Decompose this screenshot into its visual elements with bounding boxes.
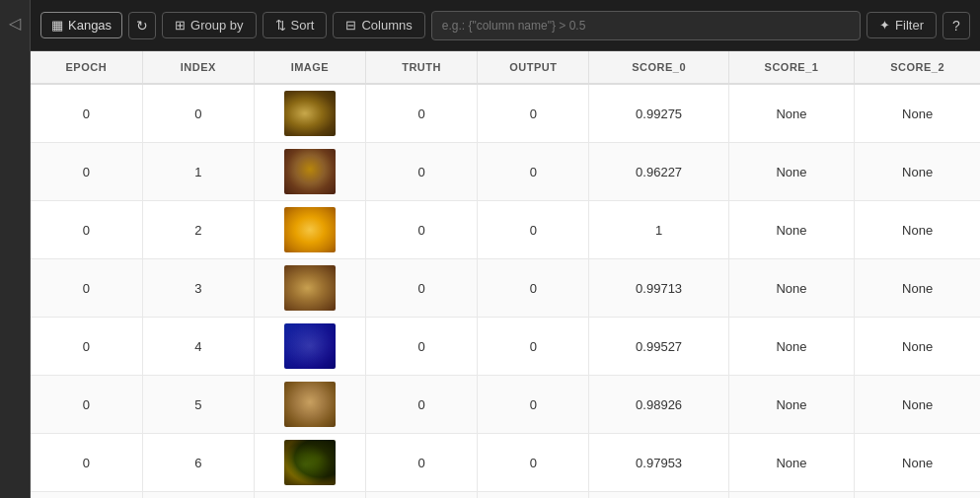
cell-truth: 0	[366, 434, 478, 492]
cell-truth: 0	[366, 143, 478, 201]
columns-button[interactable]: ⊟ Columns	[333, 12, 424, 38]
cell-score2: None	[855, 259, 980, 318]
data-table: EPOCH INDEX IMAGE TRUTH OUTPUT SCORE_0 S…	[31, 51, 980, 498]
cell-index: 4	[142, 318, 254, 376]
refresh-button[interactable]: ↻	[128, 12, 156, 39]
cell-truth: 0	[366, 201, 478, 259]
help-button[interactable]: ?	[942, 12, 970, 39]
columns-label: Columns	[361, 18, 412, 33]
cell-index: 7	[142, 492, 254, 499]
table-row: 04000.99527NoneNone	[31, 318, 980, 376]
cell-output: 0	[478, 376, 589, 434]
refresh-icon: ↻	[136, 18, 148, 34]
cell-epoch: 0	[31, 201, 142, 259]
cell-score1: None	[728, 84, 854, 143]
col-header-truth[interactable]: TRUTH	[366, 51, 478, 84]
cell-output: 0	[478, 318, 589, 376]
cell-truth: 0	[366, 84, 478, 143]
cell-score0: 0.99713	[589, 259, 728, 318]
cell-epoch: 0	[31, 259, 142, 318]
col-header-epoch[interactable]: EPOCH	[31, 51, 142, 84]
table-row: 03000.99713NoneNone	[31, 259, 980, 318]
cell-image	[254, 434, 365, 492]
groupby-label: Group by	[190, 18, 243, 33]
sidebar: ◁	[0, 0, 30, 498]
cell-output: 0	[478, 492, 589, 499]
table-row: 07000.99139NoneNone	[31, 492, 980, 499]
columns-icon: ⊟	[345, 18, 356, 33]
table-row: 05000.98926NoneNone	[31, 376, 980, 434]
cell-image	[254, 143, 365, 201]
cell-epoch: 0	[31, 492, 142, 499]
cell-score2: None	[855, 201, 980, 259]
cell-epoch: 0	[31, 143, 142, 201]
sort-button[interactable]: ⇅ Sort	[263, 12, 328, 38]
cell-score1: None	[728, 434, 854, 492]
cell-output: 0	[478, 84, 589, 143]
sort-icon: ⇅	[275, 18, 286, 33]
cell-image	[254, 318, 365, 376]
groupby-button[interactable]: ⊞ Group by	[162, 12, 256, 38]
table-row: 06000.97953NoneNone	[31, 434, 980, 492]
cell-output: 0	[478, 259, 589, 318]
cell-score2: None	[855, 492, 980, 499]
cell-index: 3	[142, 259, 254, 318]
cell-truth: 0	[366, 259, 478, 318]
col-header-output[interactable]: OUTPUT	[478, 51, 589, 84]
filter-button[interactable]: ✦ Filter	[867, 12, 937, 38]
cell-output: 0	[478, 201, 589, 259]
filter-label: Filter	[895, 18, 924, 33]
col-header-image[interactable]: IMAGE	[254, 51, 365, 84]
table-row: 00000.99275NoneNone	[31, 84, 980, 143]
table-header-row: EPOCH INDEX IMAGE TRUTH OUTPUT SCORE_0 S…	[31, 51, 980, 84]
cell-index: 0	[142, 84, 254, 143]
cell-score2: None	[855, 376, 980, 434]
cell-score1: None	[728, 376, 854, 434]
sidebar-toggle-icon[interactable]: ◁	[9, 14, 21, 33]
col-header-score2[interactable]: SCORE_2	[855, 51, 980, 84]
help-label: ?	[952, 18, 960, 34]
cell-score0: 0.98926	[589, 376, 728, 434]
kangas-label: Kangas	[68, 18, 112, 33]
cell-score0: 0.99527	[589, 318, 728, 376]
col-header-score0[interactable]: SCORE_0	[589, 51, 728, 84]
cell-score2: None	[855, 318, 980, 376]
cell-score2: None	[855, 434, 980, 492]
cell-epoch: 0	[31, 434, 142, 492]
cell-index: 5	[142, 376, 254, 434]
cell-score0: 0.99275	[589, 84, 728, 143]
cell-score1: None	[728, 318, 854, 376]
cell-index: 1	[142, 143, 254, 201]
col-header-index[interactable]: INDEX	[142, 51, 254, 84]
cell-score0: 0.96227	[589, 143, 728, 201]
kangas-grid-icon: ▦	[51, 18, 63, 33]
cell-truth: 0	[366, 492, 478, 499]
table-row: 02001NoneNone	[31, 201, 980, 259]
col-header-score1[interactable]: SCORE_1	[728, 51, 854, 84]
main-panel: ▦ Kangas ↻ ⊞ Group by ⇅ Sort ⊟ Columns ✦…	[30, 0, 980, 498]
cell-truth: 0	[366, 318, 478, 376]
cell-output: 0	[478, 143, 589, 201]
cell-score1: None	[728, 492, 854, 499]
kangas-button[interactable]: ▦ Kangas	[40, 12, 122, 38]
cell-score1: None	[728, 259, 854, 318]
cell-output: 0	[478, 434, 589, 492]
filter-input[interactable]	[431, 11, 861, 40]
cell-epoch: 0	[31, 318, 142, 376]
cell-index: 2	[142, 201, 254, 259]
cell-epoch: 0	[31, 84, 142, 143]
cell-epoch: 0	[31, 376, 142, 434]
cell-image	[254, 376, 365, 434]
cell-score0: 0.97953	[589, 434, 728, 492]
groupby-icon: ⊞	[175, 18, 186, 33]
cell-score2: None	[855, 84, 980, 143]
cell-score0: 0.99139	[589, 492, 728, 499]
sort-label: Sort	[291, 18, 315, 33]
cell-index: 6	[142, 434, 254, 492]
cell-image	[254, 84, 365, 143]
cell-score2: None	[855, 143, 980, 201]
cell-truth: 0	[366, 376, 478, 434]
data-table-wrapper: EPOCH INDEX IMAGE TRUTH OUTPUT SCORE_0 S…	[31, 51, 980, 498]
cell-image	[254, 201, 365, 259]
cell-image	[254, 492, 365, 499]
